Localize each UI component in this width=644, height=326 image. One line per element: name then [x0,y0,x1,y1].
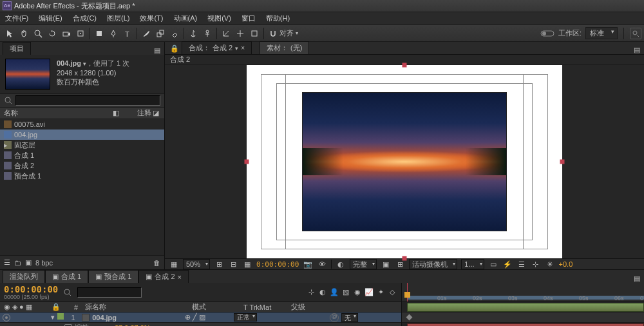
col-type-icon[interactable]: ◧ [113,109,126,117]
roto-tool-icon[interactable] [187,27,200,40]
menu-view[interactable]: 视图(V) [202,12,236,24]
delete-icon[interactable]: 🗑 [153,259,160,267]
timeline-icon[interactable]: ☰ [516,259,527,269]
search-icon[interactable] [63,288,72,297]
tab-comp[interactable]: ▣ 合成 1 [45,270,88,283]
tab-comp[interactable]: ▣ 合成 2 × [138,270,189,283]
local-axis-icon[interactable] [220,27,232,40]
property-row[interactable]: 缩放 37.0,37.0% [0,323,401,326]
transparency-icon[interactable]: ▦ [242,259,252,269]
roi-icon[interactable]: ▣ [381,259,391,269]
col-name[interactable]: 名称 [4,108,113,118]
auto-keyframe-icon[interactable]: ◇ [387,287,397,298]
parent-dropdown[interactable]: 无 [341,313,358,322]
transform-handle[interactable] [245,160,249,164]
project-list[interactable]: 00075.avi 004.jpg ▸固态层 合成 1 合成 2 预合成 1 [0,119,164,255]
tab-comp[interactable]: ▣ 预合成 1 [88,270,138,283]
transform-handle[interactable] [560,160,565,164]
panel-menu-icon[interactable]: ▤ [154,46,160,55]
snapshot-icon[interactable]: 📷 [303,259,313,269]
project-tab[interactable]: 项目 [3,42,31,55]
property-name[interactable]: 缩放 [75,323,89,326]
transform-handle[interactable] [402,256,407,261]
list-item[interactable]: 合成 1 [0,150,164,160]
label-color[interactable] [57,313,64,320]
twirl-icon[interactable]: ▾ [50,313,56,321]
pen-tool-icon[interactable] [107,27,120,40]
pixel-aspect-icon[interactable]: ▭ [488,259,498,269]
layer-bar[interactable] [407,303,644,312]
menu-file[interactable]: 文件(F) [0,12,33,24]
layer-preview[interactable] [302,92,507,231]
brush-tool-icon[interactable] [140,27,153,40]
blend-mode-dropdown[interactable]: 正常 [234,313,257,321]
current-time-indicator[interactable] [407,283,408,302]
bpc-toggle[interactable]: 8 bpc [35,259,53,267]
selection-tool-icon[interactable] [3,27,16,40]
layer-name[interactable]: 004.jpg [92,314,117,321]
panel-menu-icon[interactable]: ▤ [634,274,640,283]
fast-preview-icon[interactable]: ⚡ [502,259,513,269]
menu-animation[interactable]: 动画(A) [169,12,203,24]
reset-exposure-icon[interactable]: ☀ [545,259,555,269]
brainstorm-icon[interactable]: ✦ [375,287,386,298]
comp-flowchart-icon[interactable]: ⊹ [531,259,541,269]
close-icon[interactable]: × [241,44,245,52]
workspace-dropdown[interactable]: 标准 [585,27,618,39]
viewer-tab-footage[interactable]: 素材：(无) [260,41,309,54]
frame-blend-icon[interactable]: ▧ [341,287,351,298]
puppet-tool-icon[interactable] [201,27,214,40]
resolution-icon[interactable]: ⊞ [214,259,224,269]
menu-window[interactable]: 窗口 [236,12,261,24]
menu-layer[interactable]: 图层(L) [102,12,135,24]
close-icon[interactable]: × [178,273,182,281]
draft3d-icon[interactable]: ◐ [317,287,328,298]
exposure-value[interactable]: +0.0 [559,260,573,268]
camera-tool-icon[interactable] [60,27,73,40]
resolution-dropdown[interactable]: 完整 [350,259,377,269]
tab-render-queue[interactable]: 渲染队列 [3,270,45,283]
col-comment[interactable]: 注释 [126,108,151,118]
comp-mini-flowchart-icon[interactable]: ⊹ [306,287,316,298]
always-preview-icon[interactable]: ▦ [169,259,179,269]
panel-menu-icon[interactable]: ▤ [634,46,640,54]
zoom-dropdown[interactable]: 50% [183,259,210,269]
layer-bar[interactable] [407,323,644,326]
timeline-timecode[interactable]: 0:00:00:00 [4,285,58,294]
rotate-tool-icon[interactable] [46,27,59,40]
timeline-ruler-area[interactable]: 01s 02s 03s 04s 05s 06s 0 [402,283,644,326]
search-help-icon[interactable] [630,28,641,39]
search-icon[interactable] [4,96,13,105]
interpret-footage-icon[interactable]: ☰ [4,258,10,267]
transform-handle[interactable] [402,63,407,68]
fast-preview-icon[interactable]: ⊟ [228,259,238,269]
list-item[interactable]: 004.jpg [0,129,164,140]
hide-shy-icon[interactable]: 👤 [329,287,339,298]
eraser-tool-icon[interactable] [168,27,181,40]
menu-composition[interactable]: 合成(C) [68,12,102,24]
viewer-canvas[interactable] [165,65,644,258]
new-comp-icon[interactable]: ▣ [25,258,32,267]
menu-effect[interactable]: 效果(T) [135,12,168,24]
channel-icon[interactable]: ◐ [336,259,346,269]
zoom-tool-icon[interactable] [32,27,44,40]
list-item[interactable]: 00075.avi [0,119,164,129]
timeline-search-input[interactable] [77,287,142,298]
snapping-chevron-icon[interactable]: ▾ [296,30,298,36]
shape-tool-icon[interactable] [93,27,106,40]
motion-blur-icon[interactable]: ◉ [352,287,363,298]
viewer-tab-comp[interactable]: 合成：合成 2 ▾ × [182,41,252,54]
hand-tool-icon[interactable] [17,27,30,40]
list-item[interactable]: ▸固态层 [0,140,164,150]
new-folder-icon[interactable]: 🗀 [14,259,21,267]
snapping-icon[interactable] [269,29,278,38]
clone-tool-icon[interactable] [154,27,167,40]
pickwhip-icon[interactable] [330,313,339,322]
current-time[interactable]: 0:00:00:00 [256,260,299,269]
lock-icon[interactable]: 🔒 [167,43,182,54]
property-value[interactable]: 37.0,37.0% [115,324,151,327]
anchor-tool-icon[interactable] [74,27,87,40]
list-item[interactable]: 预合成 1 [0,171,164,181]
camera-dropdown[interactable]: 活动摄像机 [409,259,457,269]
menu-edit[interactable]: 编辑(E) [33,12,68,24]
